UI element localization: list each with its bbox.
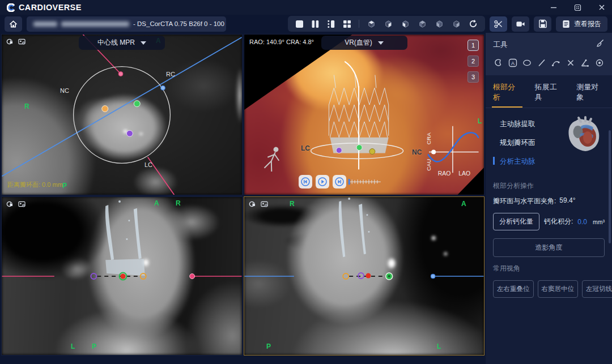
calcium-score-label: 钙化积分:	[544, 217, 573, 226]
minimize-icon[interactable]	[550, 4, 557, 11]
layout-grid-icon[interactable]	[343, 20, 351, 28]
nc-hinge-point[interactable]	[336, 148, 342, 153]
mpr-cube-icon-5[interactable]	[435, 19, 444, 29]
save-button[interactable]	[534, 16, 551, 32]
phase-ruler[interactable]	[349, 179, 381, 185]
rc-cusp-point[interactable]	[102, 106, 108, 112]
viewport-volume-rendering[interactable]: CRA CAU RAO LAO RAO: 140.9° CRA: 4.8° VR…	[244, 34, 484, 195]
step-plan-annulus-plane[interactable]: 规划瓣环面	[493, 134, 564, 152]
close-icon[interactable]	[598, 4, 605, 11]
leaflet-overlay	[339, 198, 370, 257]
lc-hinge-point[interactable]	[356, 145, 362, 151]
probe-icon[interactable]	[594, 58, 605, 68]
preset-button-3[interactable]: 3	[468, 71, 479, 83]
record-icon	[516, 19, 525, 29]
view-right-sinus-center-button[interactable]: 右窦居中位	[538, 280, 579, 298]
skip-end-icon[interactable]	[333, 175, 346, 189]
delete-measure-icon[interactable]	[566, 58, 576, 68]
tools-title: 工具	[493, 40, 508, 50]
line-measure-icon[interactable]	[537, 58, 547, 68]
mpr-cube-icon-6[interactable]	[452, 19, 461, 29]
sidebar-scrollbar[interactable]	[609, 130, 611, 243]
blue-line-handle[interactable]	[161, 85, 165, 90]
step-analyze-aorta[interactable]: 分析主动脉	[493, 152, 564, 171]
layout-iconbar	[288, 16, 485, 32]
view-mode-select[interactable]: 中心线 MPR	[79, 36, 165, 50]
center-point[interactable]	[121, 274, 126, 279]
tab-root-analysis[interactable]: 根部分析	[493, 82, 521, 108]
nc-hinge-marker[interactable]	[91, 273, 96, 279]
capture-icon[interactable]	[18, 200, 26, 210]
scissors-icon	[494, 19, 503, 29]
mpr-cube-icon-3[interactable]	[401, 19, 410, 29]
view-left-coronary-tangent-button[interactable]: 左冠切线位	[582, 280, 612, 298]
ellipse-roi-icon[interactable]	[522, 58, 532, 68]
view-mode-select[interactable]: VR(血管)	[321, 36, 407, 50]
annulus-angle-value: 59.4°	[559, 196, 575, 206]
analyze-calcium-button[interactable]: 分析钙化量	[493, 213, 539, 230]
maximize-icon[interactable]	[574, 4, 581, 11]
freehand-roi-icon[interactable]	[493, 58, 503, 68]
angle-measure-icon[interactable]	[580, 58, 590, 68]
center-point[interactable]	[366, 273, 371, 279]
mpr-cube-icon-2[interactable]	[384, 19, 393, 29]
preset-button-1[interactable]: 1	[468, 40, 479, 51]
step-aorta-extraction[interactable]: 主动脉提取	[493, 115, 564, 134]
nc-cusp-point[interactable]	[126, 130, 133, 136]
rc-hinge-marker[interactable]	[343, 273, 348, 279]
orientation-a: A	[461, 200, 466, 208]
scurve-current-point[interactable]	[431, 150, 436, 155]
sync-lock-icon[interactable]	[6, 200, 13, 210]
views-section-title: 常用视角	[486, 257, 612, 276]
nc-hinge-marker[interactable]	[358, 273, 364, 279]
refresh-icon[interactable]	[469, 19, 478, 28]
layout-one-plus-list-icon[interactable]	[327, 20, 335, 28]
chevron-down-icon	[378, 41, 384, 45]
lc-cusp-point[interactable]	[134, 101, 140, 107]
viewport-long-axis-1[interactable]: A R L P	[1, 196, 243, 356]
scissors-button[interactable]	[490, 16, 507, 32]
rc-hinge-point[interactable]	[369, 149, 375, 155]
layout-single-icon[interactable]	[295, 20, 304, 28]
angio-angle-button[interactable]: 造影角度	[493, 238, 605, 257]
mpr-cube-icon-1[interactable]	[367, 19, 376, 29]
capture-icon[interactable]	[261, 200, 268, 210]
viewport-centerline-mpr[interactable]: 中心线 MPR A R P NC RC LC 距离瓣环面: 0.0 mm	[1, 34, 243, 195]
pink-line-handle[interactable]	[118, 72, 123, 76]
clear-all-icon[interactable]	[595, 38, 605, 50]
curve-measure-icon[interactable]	[551, 58, 561, 68]
play-icon[interactable]	[316, 175, 329, 189]
capture-icon[interactable]	[18, 37, 26, 48]
scurve-label-lao: LAO	[458, 170, 470, 177]
tab-extended-tools[interactable]: 拓展工具	[535, 82, 563, 108]
plane-handle[interactable]	[190, 274, 195, 279]
viewport-long-axis-2-active[interactable]: R A P L	[244, 196, 484, 356]
titlebar: CARDIOVERSE	[0, 0, 612, 15]
orientation-a: A	[154, 199, 159, 207]
app-name: CARDIOVERSE	[19, 3, 82, 12]
preset-button-2[interactable]: 2	[468, 55, 479, 67]
record-button[interactable]	[512, 16, 529, 32]
sync-lock-icon[interactable]	[248, 200, 256, 210]
cusp-label-rc: RC	[166, 71, 175, 78]
text-annotation-icon[interactable]: A	[508, 58, 518, 68]
layout-two-pane-icon[interactable]	[311, 20, 320, 28]
annulus-circle[interactable]	[74, 67, 171, 164]
annulus-distance-status: 距离瓣环面: 0.0 mm	[7, 181, 63, 189]
view-report-button[interactable]: 查看报告	[556, 16, 607, 32]
vr-angle-readout: RAO: 140.9° CRA: 4.8°	[249, 38, 314, 45]
plane-handle[interactable]	[431, 274, 435, 279]
ops-section-title: 根部分析操作	[486, 174, 612, 193]
mpr-cube-icon-4[interactable]	[418, 19, 427, 29]
skip-start-icon[interactable]	[299, 175, 312, 189]
view-lr-overlap-button[interactable]: 左右重叠位	[493, 280, 534, 298]
cusp-label-nc: NC	[412, 148, 422, 156]
sync-lock-icon[interactable]	[6, 37, 13, 48]
tab-measure-objects[interactable]: 测量对象	[576, 82, 605, 108]
patient-info[interactable]: - DS_CorCTA 0.75 B26f 0 - 100 %	[27, 16, 226, 32]
cusp-label-lc: LC	[301, 144, 310, 152]
scurve-widget[interactable]: CRA CAU RAO LAO	[426, 126, 478, 177]
orientation-figure	[264, 145, 282, 173]
home-button[interactable]	[5, 16, 22, 32]
crosshair-lines[interactable]	[2, 35, 241, 195]
